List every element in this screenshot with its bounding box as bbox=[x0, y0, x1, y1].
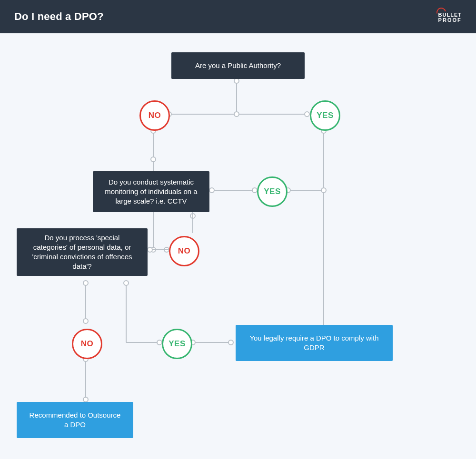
text-q2: Do you conduct systematic monitoring of … bbox=[103, 177, 199, 206]
svg-point-22 bbox=[164, 247, 169, 252]
question-public-authority: Are you a Public Authority? bbox=[171, 52, 305, 79]
svg-point-19 bbox=[151, 247, 156, 252]
answer-q3-yes: YES bbox=[162, 329, 192, 359]
svg-point-8 bbox=[151, 157, 156, 162]
question-special-categories: Do you process 'special categories' of p… bbox=[17, 228, 148, 276]
question-systematic-monitoring: Do you conduct systematic monitoring of … bbox=[93, 171, 209, 212]
label-no: NO bbox=[149, 111, 161, 120]
label-yes: YES bbox=[264, 187, 281, 196]
label-yes: YES bbox=[317, 111, 334, 120]
outcome-legally-require-dpo: You legally require a DPO to comply with… bbox=[236, 325, 393, 361]
svg-point-5 bbox=[305, 112, 309, 117]
text-recommend: Recommended to Outsource a DPO bbox=[27, 410, 123, 430]
label-yes: YES bbox=[169, 339, 186, 349]
svg-point-24 bbox=[148, 247, 152, 252]
flowchart-canvas: Are you a Public Authority? NO YES Do yo… bbox=[0, 33, 476, 459]
svg-point-20 bbox=[190, 214, 195, 218]
svg-point-33 bbox=[124, 281, 129, 285]
text-q1: Are you a Public Authority? bbox=[195, 61, 281, 70]
label-no: NO bbox=[178, 246, 191, 256]
svg-point-3 bbox=[234, 112, 239, 117]
answer-q1-no: NO bbox=[139, 100, 170, 131]
brand-logo: BULLET PROOF bbox=[438, 10, 462, 23]
answer-q2-yes: YES bbox=[257, 176, 288, 207]
label-no: NO bbox=[81, 339, 94, 349]
answer-q3-no: NO bbox=[72, 329, 102, 359]
text-legal: You legally require a DPO to comply with… bbox=[246, 333, 382, 353]
logo-line2: PROOF bbox=[438, 18, 462, 23]
page-title: Do I need a DPO? bbox=[14, 10, 104, 23]
answer-q2-no: NO bbox=[169, 236, 199, 266]
header-bar: Do I need a DPO? BULLET PROOF bbox=[0, 0, 476, 33]
page-root: Do I need a DPO? BULLET PROOF bbox=[0, 0, 476, 459]
svg-point-16 bbox=[321, 188, 326, 193]
svg-point-13 bbox=[252, 188, 257, 193]
svg-point-37 bbox=[228, 340, 233, 345]
svg-point-26 bbox=[83, 281, 88, 285]
svg-point-30 bbox=[83, 397, 88, 402]
svg-point-27 bbox=[83, 319, 88, 323]
outcome-recommended-outsource: Recommended to Outsource a DPO bbox=[17, 402, 133, 438]
svg-point-1 bbox=[234, 78, 239, 83]
svg-point-34 bbox=[157, 340, 162, 345]
text-q3: Do you process 'special categories' of p… bbox=[27, 233, 137, 272]
answer-q1-yes: YES bbox=[310, 100, 340, 131]
svg-point-12 bbox=[209, 188, 214, 193]
